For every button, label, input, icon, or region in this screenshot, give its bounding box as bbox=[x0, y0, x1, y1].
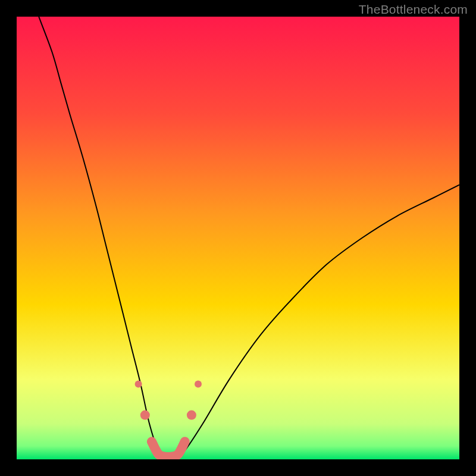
valley-marker-dot bbox=[195, 381, 202, 388]
valley-marker-dot bbox=[140, 411, 150, 420]
bottleneck-plot bbox=[17, 17, 459, 459]
valley-marker-dot bbox=[187, 411, 196, 420]
chart-frame: TheBottleneck.com bbox=[0, 0, 476, 476]
gradient-background bbox=[17, 17, 459, 459]
watermark-text: TheBottleneck.com bbox=[359, 2, 468, 17]
plot-svg bbox=[17, 17, 459, 459]
valley-marker-dot bbox=[135, 381, 142, 388]
